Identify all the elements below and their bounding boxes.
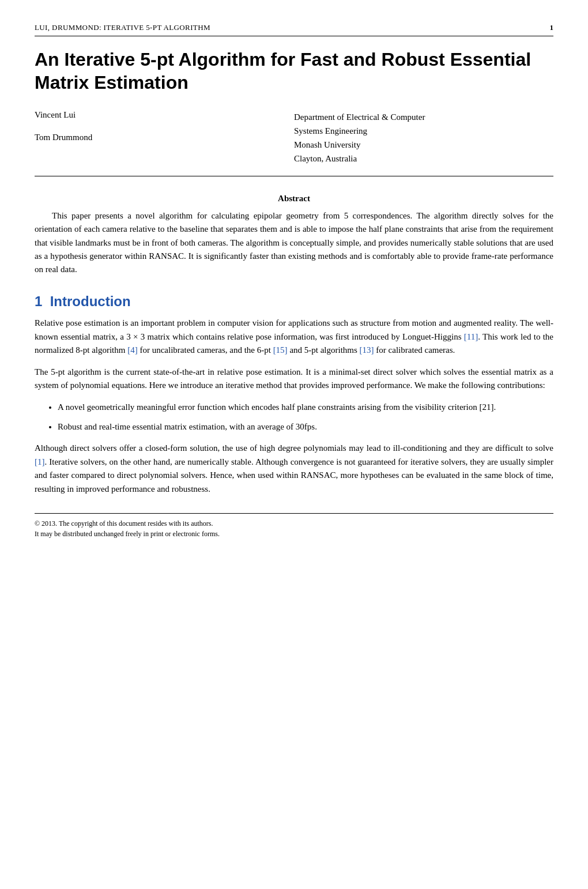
affiliation-line4: Clayton, Australia xyxy=(294,154,357,163)
authors-list: Vincent Lui Tom Drummond xyxy=(35,110,268,165)
bullet-item-1: A novel geometrically meaningful error f… xyxy=(58,401,553,415)
affiliation-line2: Systems Engineering xyxy=(294,126,367,135)
page-header: LUI, DRUMMOND: ITERATIVE 5-PT ALGORITHM … xyxy=(35,23,553,36)
section-1-heading: 1 Introduction xyxy=(35,293,553,310)
header-page-number: 1 xyxy=(550,23,554,32)
ref-15: [15] xyxy=(273,345,288,355)
abstract-body: This paper presents a novel algorithm fo… xyxy=(35,209,553,276)
ref-1: [1] xyxy=(35,457,45,466)
footer-line1: © 2013. The copyright of this document r… xyxy=(35,518,553,529)
author-2: Tom Drummond xyxy=(35,133,268,142)
contributions-list: A novel geometrically meaningful error f… xyxy=(58,401,553,434)
ref-4: [4] xyxy=(127,345,138,355)
intro-paragraph-1: Relative pose estimation is an important… xyxy=(35,317,553,357)
page-footer: © 2013. The copyright of this document r… xyxy=(35,513,553,539)
author-divider xyxy=(35,176,553,176)
affiliation-block: Department of Electrical & Computer Syst… xyxy=(294,110,553,165)
ref-21: [21] xyxy=(479,402,493,412)
abstract-section: Abstract xyxy=(35,194,553,204)
bullet-item-2: Robust and real-time essential matrix es… xyxy=(58,420,553,434)
footer-line2: It may be distributed unchanged freely i… xyxy=(35,529,553,539)
ref-13: [13] xyxy=(360,345,374,355)
affiliation-line1: Department of Electrical & Computer xyxy=(294,112,425,122)
intro-paragraph-2: The 5-pt algorithm is the current state-… xyxy=(35,366,553,393)
abstract-label: Abstract xyxy=(35,194,553,204)
author-1: Vincent Lui xyxy=(35,110,268,120)
section-1-number: 1 xyxy=(35,293,42,309)
authors-section: Vincent Lui Tom Drummond Department of E… xyxy=(35,110,553,165)
header-left-text: LUI, DRUMMOND: ITERATIVE 5-PT ALGORITHM xyxy=(35,23,210,32)
paper-title: An Iterative 5-pt Algorithm for Fast and… xyxy=(35,48,553,94)
ref-11: [11] xyxy=(464,332,478,341)
affiliation-line3: Monash University xyxy=(294,140,360,149)
section-1-title: Introduction xyxy=(50,293,131,309)
intro-paragraph-3: Although direct solvers offer a closed-f… xyxy=(35,442,553,496)
